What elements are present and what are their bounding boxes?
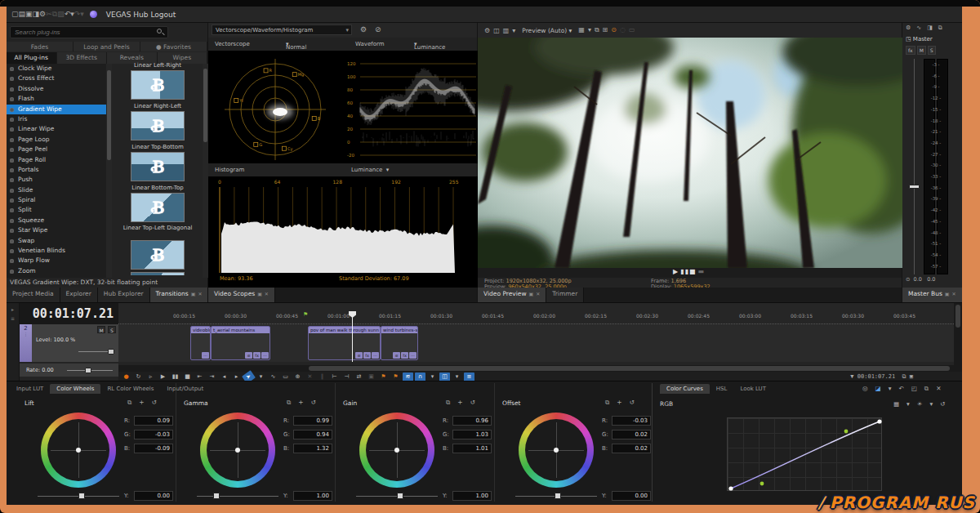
more-icon[interactable]: ▬ [697,268,706,275]
curve-point-shadow[interactable] [760,482,764,486]
split-screen-view-icon[interactable]: ◫ [493,27,500,34]
insert-region-button[interactable]: ⚑ [390,372,401,381]
play-button[interactable]: ▶ [158,372,168,381]
brightness-dropdown-icon[interactable]: ▾ [930,400,933,408]
clip-fx-icon[interactable]: ⋯ [372,352,379,359]
clip-fx-icon[interactable]: ≋ [355,352,363,359]
timeline-hscrollbar[interactable] [118,365,954,372]
zoom-tool-button[interactable]: ⊕ [292,372,303,381]
next-frame-button[interactable]: ▸ [231,372,242,381]
plugin-item[interactable]: Zoom [7,266,106,276]
lock-icon[interactable]: ⊙ [906,276,910,283]
tab-hsl[interactable]: HSL [710,384,734,394]
vegas-hub-logout-button[interactable]: VEGAS Hub Logout [106,11,176,19]
preset-thumbnail[interactable]: Ꞗ [131,152,185,181]
float-window-icon[interactable]: ⧉ [938,25,942,31]
tab-video-scopes[interactable]: Video Scopes▣✕ [208,288,275,302]
preview-settings-icon[interactable]: ⚙ [484,27,490,34]
dock-icon[interactable]: ▣ [945,291,950,297]
wheel-gain-y-value[interactable]: 1.00 [452,491,492,501]
tab-hub-explorer[interactable]: Hub Explorer [98,288,150,302]
plugin-item[interactable]: Page Roll [7,155,106,165]
wheel-gamma-y-value[interactable]: 1.00 [293,491,332,501]
tab-look-lut[interactable]: Look LUT [733,384,773,394]
dock-icon[interactable]: ▣ [191,291,196,297]
color-wheel-gamma[interactable] [200,413,275,488]
search-input[interactable] [10,26,168,38]
wheel-offset-b-value[interactable]: 0.02 [612,444,651,453]
wheel-gamma-g-value[interactable]: 0.94 [293,430,332,439]
tab-master-bus[interactable]: Master Bus▣✕ [902,288,962,302]
curve-point-high[interactable] [877,419,881,423]
open-project-icon[interactable]: ▤ [19,10,26,18]
clip-fx-icon[interactable]: fx [253,352,261,359]
quantize-button[interactable]: ◫ [439,372,450,381]
wheel-lift-g-value[interactable]: -0.03 [134,430,173,439]
bus-settings-icon[interactable]: ⚙ [906,25,911,31]
wheel-reset-icon[interactable]: ↺ [311,399,316,406]
wheel-reset-icon[interactable]: ↺ [152,399,157,406]
play-icon[interactable]: ▶ [673,268,680,275]
tab-trimmer[interactable]: Trimmer [546,288,584,302]
paste-icon[interactable]: ▨ [57,10,65,18]
selection-tool-button[interactable]: ▭ [280,372,291,381]
timeline-track-content[interactable]: videoblocks⋯t_aerial mountains≋fx⋯pov of… [118,324,954,362]
rate-handle[interactable] [85,368,91,373]
undo-icon[interactable]: ↶ [65,10,71,18]
plugin-item[interactable]: Star Wipe [7,225,106,235]
quantize-dropdown-button[interactable]: ▾ [452,372,462,381]
plugin-item[interactable]: Slide [7,185,106,195]
plugin-item[interactable]: Portals [7,165,106,175]
tab-explorer[interactable]: Explorer [60,288,98,302]
wheel-y-handle[interactable] [78,493,85,499]
wheel-center-dot[interactable] [235,448,240,453]
wheel-link-icon[interactable]: ⧉ [605,399,609,407]
lock-tool-button[interactable]: ▣ [366,372,376,381]
stop-icon[interactable]: ■ [689,268,698,275]
curves-sync-icon[interactable]: ◎ [862,385,868,393]
erase-tool-button[interactable]: ✕ [305,372,315,381]
curves-close-icon[interactable]: ✕ [936,385,941,393]
vectorscope-mode-select[interactable]: Normal ▾ [286,41,289,47]
pause-icon[interactable]: ▮▮ [680,268,689,275]
wheel-link-icon[interactable]: ⧉ [127,399,131,407]
wheel-center-icon[interactable]: + [139,399,144,406]
plugin-item[interactable]: Page Peel [7,145,106,154]
master-fader-handle[interactable] [909,185,920,189]
timeline-timecode[interactable]: 00:01:07.21 [20,303,118,324]
plugin-tab-favorites[interactable]: ● Favorites [140,42,207,51]
color-wheel-lift[interactable] [41,413,116,488]
insert-bus-icon[interactable]: ◨ [927,25,933,31]
waveform-mode-select[interactable]: Luminance ▾ [414,41,417,47]
slip-tool-button[interactable]: ⇄ [354,372,364,381]
master-m-button[interactable]: M [917,46,926,55]
timeline-clip[interactable]: videoblocks⋯ [190,326,211,360]
external-monitor-icon[interactable]: ▥ [503,27,510,34]
curve-point-highlight[interactable] [844,430,849,434]
wheel-center-icon[interactable]: + [617,399,621,406]
loop-playback-button[interactable]: ↻ [133,372,144,381]
color-wheel-gain[interactable] [359,413,434,488]
plugin-item[interactable]: Venetian Blinds [7,246,106,256]
color-wheel-offset[interactable] [519,413,594,488]
wheel-lift-r-value[interactable]: 0.09 [134,416,173,426]
dock-icon[interactable]: ▣ [529,291,534,297]
master-fx-button[interactable]: fx [906,46,915,55]
wheel-offset-g-value[interactable]: 0.02 [612,430,651,439]
wheel-y-handle[interactable] [397,493,403,499]
view-dropdown-icon[interactable]: ▾ [512,27,515,34]
track-level-handle[interactable] [108,349,114,355]
track-solo-button[interactable]: S [108,326,116,333]
tab-project-media[interactable]: Project Media [7,288,60,302]
curves-undo-icon[interactable]: ↶ [898,385,903,393]
clip-fx-icon[interactable]: ⋯ [409,352,416,359]
wheel-center-dot[interactable] [394,448,399,453]
envelope-tool-button[interactable]: ∿ [268,372,278,381]
close-icon[interactable]: ✕ [536,291,540,297]
preset-thumbnail[interactable]: Ꞗ [131,240,185,270]
master-fader-track[interactable] [914,59,915,274]
redo-icon[interactable]: ↷ [74,10,81,18]
wheel-reset-icon[interactable]: ↺ [630,399,635,406]
close-icon[interactable]: ✕ [198,291,202,297]
edit-tool-dropdown-button[interactable]: ▾ [256,372,266,381]
